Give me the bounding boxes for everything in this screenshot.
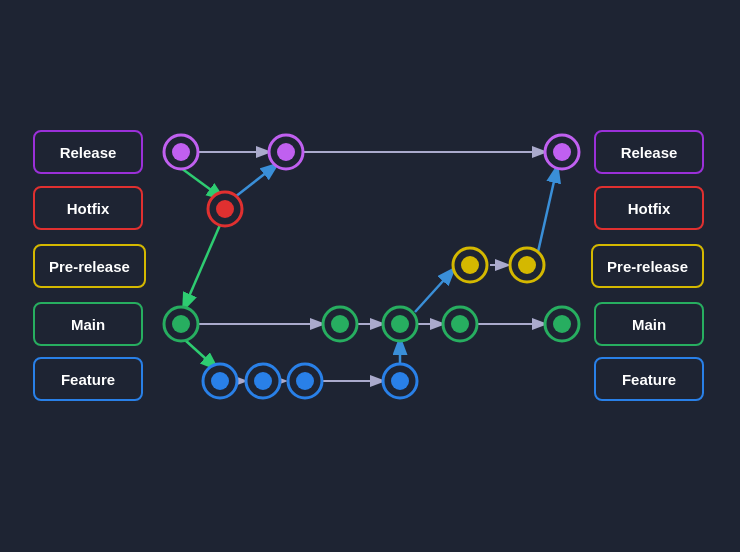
svg-point-46 <box>391 372 409 390</box>
svg-point-26 <box>461 256 479 274</box>
svg-point-35 <box>443 307 477 341</box>
diagram-canvas: Release Hotfix Pre-release Main Feature … <box>0 0 740 552</box>
svg-point-39 <box>203 364 237 398</box>
svg-line-14 <box>538 168 557 252</box>
svg-point-31 <box>323 307 357 341</box>
right-label-main: Main <box>594 302 704 346</box>
svg-point-17 <box>164 135 198 169</box>
left-label-prerelease: Pre-release <box>33 244 146 288</box>
svg-line-9 <box>181 168 222 198</box>
svg-point-41 <box>246 364 280 398</box>
svg-point-27 <box>510 248 544 282</box>
svg-point-34 <box>391 315 409 333</box>
svg-point-36 <box>451 315 469 333</box>
svg-point-45 <box>383 364 417 398</box>
svg-point-33 <box>383 307 417 341</box>
svg-point-24 <box>216 200 234 218</box>
left-label-feature: Feature <box>33 357 143 401</box>
svg-point-20 <box>277 143 295 161</box>
svg-point-21 <box>545 135 579 169</box>
left-label-hotfix: Hotfix <box>33 186 143 230</box>
svg-point-38 <box>553 315 571 333</box>
svg-point-18 <box>172 143 190 161</box>
left-label-release: Release <box>33 130 143 174</box>
svg-point-42 <box>254 372 272 390</box>
svg-point-44 <box>296 372 314 390</box>
svg-point-29 <box>164 307 198 341</box>
svg-point-43 <box>288 364 322 398</box>
svg-point-23 <box>208 192 242 226</box>
svg-point-28 <box>518 256 536 274</box>
svg-point-32 <box>331 315 349 333</box>
right-label-feature: Feature <box>594 357 704 401</box>
svg-point-19 <box>269 135 303 169</box>
right-label-hotfix: Hotfix <box>594 186 704 230</box>
svg-point-37 <box>545 307 579 341</box>
right-label-release: Release <box>594 130 704 174</box>
svg-point-40 <box>211 372 229 390</box>
svg-point-25 <box>453 248 487 282</box>
left-label-main: Main <box>33 302 143 346</box>
svg-line-10 <box>184 225 220 308</box>
svg-line-13 <box>415 270 453 312</box>
svg-line-15 <box>235 165 276 197</box>
svg-line-11 <box>185 340 216 368</box>
svg-point-22 <box>553 143 571 161</box>
right-label-prerelease: Pre-release <box>591 244 704 288</box>
svg-point-30 <box>172 315 190 333</box>
